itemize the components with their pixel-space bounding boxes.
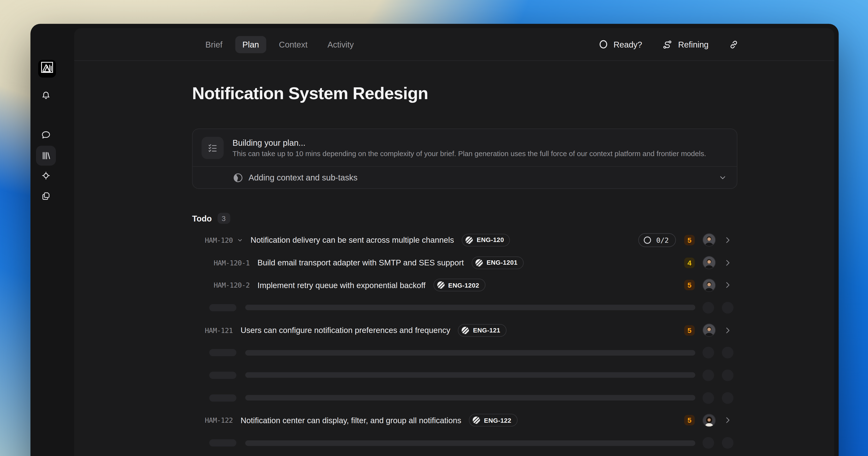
sidebar-item-target[interactable] — [36, 166, 56, 186]
assignee-avatar[interactable] — [703, 234, 715, 246]
skeleton-row — [192, 364, 737, 387]
skeleton-title-bar — [245, 372, 695, 378]
priority-badge[interactable]: 4 — [684, 257, 695, 268]
tab-activity[interactable]: Activity — [320, 36, 361, 53]
linked-issue-pill[interactable]: ENG-1202 — [433, 279, 485, 291]
link-icon — [728, 39, 739, 50]
row-right-cluster: 5 — [684, 324, 732, 336]
task-row-HAM-121[interactable]: HAM-121Users can configure notification … — [192, 319, 737, 341]
ready-label: Ready? — [613, 39, 642, 49]
tab-plan[interactable]: Plan — [235, 36, 266, 53]
linked-issue-pill[interactable]: ENG-1201 — [472, 256, 524, 269]
task-title: Implement retry queue with exponential b… — [257, 281, 426, 289]
skeleton-circle — [703, 437, 714, 449]
skeleton-id-pill — [209, 304, 237, 311]
striped-ball-icon — [465, 236, 473, 244]
striped-ball-icon — [461, 326, 469, 334]
sidebar-item-chat[interactable] — [36, 125, 56, 145]
skeleton-circle — [722, 347, 734, 359]
chevron-right-icon[interactable] — [723, 416, 732, 424]
assignee-avatar[interactable] — [703, 256, 715, 269]
skeleton-id-pill — [209, 439, 237, 447]
chevron-right-icon[interactable] — [723, 258, 732, 266]
task-title: Build email transport adapter with SMTP … — [257, 258, 464, 267]
task-id: HAM-120-1 — [214, 258, 250, 266]
linked-issue-label: ENG-122 — [484, 417, 511, 424]
plan-status-label: Adding context and sub-tasks — [249, 173, 358, 182]
row-right-cluster: 4 — [684, 256, 732, 269]
task-id: HAM-120 — [205, 236, 233, 244]
checklist-icon — [202, 137, 224, 159]
bell-icon — [40, 90, 52, 101]
refining-label: Refining — [678, 39, 708, 49]
sidebar-item-copy[interactable] — [36, 186, 56, 206]
plan-card-subtitle: This can take up to 10 mins depending on… — [232, 149, 706, 158]
skeleton-id-pill — [209, 394, 237, 401]
tab-bar: BriefPlanContextActivity — [198, 36, 361, 53]
share-link-button[interactable] — [728, 39, 739, 50]
app-logo[interactable] — [38, 60, 56, 78]
skeleton-circle — [722, 302, 734, 313]
task-title: Notification delivery can be sent across… — [250, 236, 454, 245]
sidebar — [30, 24, 74, 456]
refining-status[interactable]: Refining — [662, 39, 709, 50]
task-row-HAM-122[interactable]: HAM-122Notification center can display, … — [192, 409, 737, 432]
progress-pie-icon — [233, 172, 243, 182]
crosshair-icon — [40, 170, 52, 181]
striped-ball-icon — [475, 258, 483, 266]
linked-issue-pill[interactable]: ENG-121 — [458, 324, 506, 337]
library-icon — [40, 150, 52, 161]
priority-badge[interactable]: 5 — [684, 325, 695, 336]
task-title: Users can configure notification prefere… — [241, 326, 451, 335]
task-row-HAM-120-1[interactable]: HAM-120-1Build email transport adapter w… — [192, 251, 737, 274]
assignee-avatar[interactable] — [703, 324, 715, 336]
topbar-right: Ready? Refining — [599, 39, 739, 50]
skeleton-row — [192, 341, 737, 364]
skeleton-circle — [722, 437, 734, 449]
skeleton-circle — [703, 302, 714, 313]
linked-issue-label: ENG-1202 — [448, 282, 479, 289]
skeleton-circle — [703, 369, 714, 381]
row-right-cluster: 0/25 — [639, 233, 732, 247]
plan-status-row[interactable]: Adding context and sub-tasks — [193, 166, 737, 189]
task-row-HAM-120-2[interactable]: HAM-120-2Implement retry queue with expo… — [192, 274, 737, 296]
copy-icon — [40, 191, 52, 202]
skeleton-circles — [703, 369, 734, 381]
task-row-HAM-120[interactable]: HAM-120Notification delivery can be sent… — [192, 229, 737, 251]
circle-status-icon — [599, 40, 608, 49]
skeleton-row — [192, 387, 737, 409]
chevron-down-icon[interactable] — [718, 173, 727, 182]
priority-badge[interactable]: 5 — [684, 235, 695, 246]
chevron-down-icon[interactable] — [237, 237, 243, 243]
task-list: HAM-120Notification delivery can be sent… — [192, 229, 737, 454]
assignee-avatar[interactable] — [703, 279, 715, 291]
chevron-right-icon[interactable] — [723, 326, 732, 334]
top-bar: BriefPlanContextActivity Ready? — [74, 28, 834, 61]
priority-badge[interactable]: 5 — [684, 280, 695, 290]
page-title: Notification System Redesign — [192, 83, 737, 104]
striped-ball-icon — [437, 281, 445, 289]
tab-brief[interactable]: Brief — [198, 36, 230, 53]
sidebar-item-notifications[interactable] — [36, 86, 56, 106]
linked-issue-pill[interactable]: ENG-120 — [462, 234, 510, 247]
skeleton-title-bar — [245, 350, 695, 355]
sidebar-item-library[interactable] — [36, 146, 56, 166]
plan-generation-card: Building your plan... This can take up t… — [192, 129, 737, 189]
plan-card-top: Building your plan... This can take up t… — [193, 129, 737, 166]
tab-context[interactable]: Context — [272, 36, 315, 53]
plan-card-texts: Building your plan... This can take up t… — [232, 138, 706, 158]
ready-status[interactable]: Ready? — [599, 39, 642, 49]
linked-issue-pill[interactable]: ENG-122 — [469, 414, 518, 427]
progress-text: 0/2 — [656, 236, 669, 244]
chevron-right-icon[interactable] — [723, 236, 732, 244]
subtask-progress-pill[interactable]: 0/2 — [639, 233, 676, 247]
striped-ball-icon — [472, 416, 480, 424]
assignee-avatar[interactable] — [703, 414, 715, 427]
priority-badge[interactable]: 5 — [684, 415, 695, 426]
chevron-right-icon[interactable] — [723, 281, 732, 289]
todo-label: Todo — [192, 213, 212, 223]
row-right-cluster: 5 — [684, 414, 732, 427]
skeleton-circles — [703, 347, 734, 359]
skeleton-title-bar — [245, 395, 695, 400]
workflow-icon — [662, 39, 673, 50]
